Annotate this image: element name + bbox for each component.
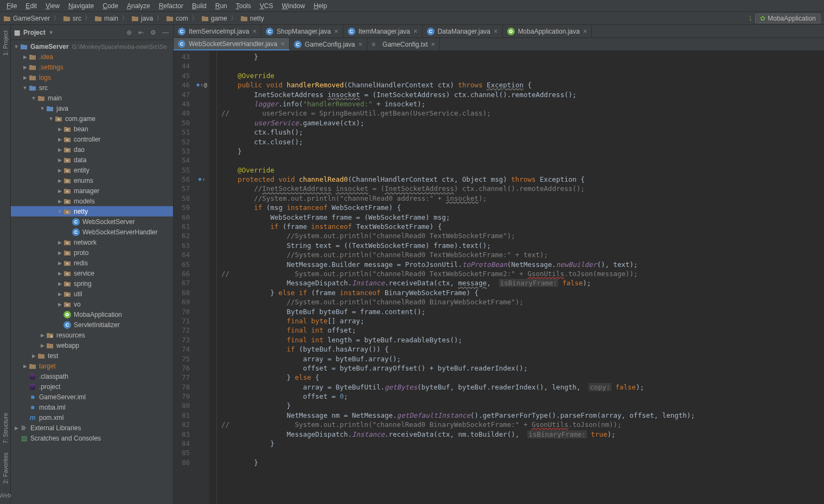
close-icon[interactable]: × [280, 40, 285, 48]
close-icon[interactable]: × [494, 27, 498, 35]
tree-node[interactable]: ▶⊪External Libraries [11, 423, 173, 433]
close-icon[interactable]: × [431, 40, 435, 48]
tree-arrow-icon[interactable] [22, 414, 28, 421]
editor-tab[interactable]: CItemServiceImpl.java× [174, 25, 261, 37]
tree-arrow-icon[interactable]: ▶ [56, 260, 63, 266]
tree-node[interactable]: ▶redis [11, 258, 173, 268]
menu-code[interactable]: Code [98, 1, 123, 11]
tree-arrow-icon[interactable] [56, 311, 63, 318]
code-content[interactable]: } @Override public void handlerRemoved(C… [217, 51, 824, 504]
breadcrumb-item[interactable]: GameServer [3, 15, 50, 22]
tree-arrow-icon[interactable] [65, 229, 72, 235]
menu-view[interactable]: View [41, 1, 64, 11]
tree-node[interactable]: ▶entity [11, 165, 173, 175]
gear-icon[interactable]: ⚙ [150, 29, 158, 36]
tree-arrow-icon[interactable] [65, 219, 72, 225]
close-icon[interactable]: × [252, 27, 257, 35]
tree-node[interactable]: ▶enums [11, 175, 173, 186]
hide-icon[interactable]: — [162, 29, 170, 36]
tree-node[interactable]: ▶models [11, 196, 173, 206]
tree-arrow-icon[interactable] [13, 435, 20, 442]
close-icon[interactable]: × [583, 27, 587, 35]
tree-node[interactable]: .classpath [11, 371, 173, 381]
tree-node[interactable]: ▼src [11, 82, 173, 93]
menu-refactor[interactable]: Refactor [155, 1, 188, 11]
menu-file[interactable]: File [2, 1, 21, 11]
tree-node[interactable]: ▼com.game [11, 113, 173, 124]
tree-node[interactable]: ▶service [11, 268, 173, 278]
close-icon[interactable]: × [359, 40, 363, 48]
tree-node[interactable]: CWebSocketServer [11, 216, 173, 227]
tree-arrow-icon[interactable] [56, 322, 63, 328]
menu-navigate[interactable]: Navigate [64, 1, 98, 11]
tree-node[interactable]: ▶webapp [11, 340, 173, 350]
tree-arrow-icon[interactable]: ▶ [56, 146, 63, 153]
breadcrumb-item[interactable]: main [94, 15, 118, 22]
tree-node[interactable]: ▼java [11, 103, 173, 113]
toolwindow-tab-structure[interactable]: 7: Structure [1, 410, 10, 447]
tree-node[interactable]: ■moba.iml [11, 402, 173, 412]
editor-tab[interactable]: CWebSocketServerHandler.java× [174, 38, 290, 50]
tree-node[interactable]: ▶data [11, 155, 173, 165]
tree-arrow-icon[interactable]: ▶ [22, 363, 28, 369]
menu-analyze[interactable]: Analyze [123, 1, 155, 11]
chevron-down-icon[interactable]: ▼ [49, 30, 54, 35]
tree-arrow-icon[interactable]: ▶ [56, 167, 63, 174]
breadcrumb-item[interactable]: game [201, 15, 227, 22]
editor-tab[interactable]: CShopManager.java× [261, 25, 343, 37]
tree-node[interactable]: ▶manager [11, 186, 173, 196]
scroll-from-source-icon[interactable]: ⊕ [126, 29, 134, 36]
menu-edit[interactable]: Edit [21, 1, 41, 11]
tree-arrow-icon[interactable]: ▶ [56, 250, 63, 256]
tree-node[interactable]: ▶logs [11, 72, 173, 82]
tree-arrow-icon[interactable] [22, 373, 28, 380]
tree-node[interactable]: ■GameServer.iml [11, 392, 173, 402]
tree-arrow-icon[interactable]: ▶ [56, 136, 63, 143]
tree-node[interactable]: ✿MobaApplication [11, 309, 173, 320]
tree-node[interactable]: .project [11, 381, 173, 392]
editor-tab[interactable]: ✿MobaApplication.java× [503, 25, 592, 37]
tree-arrow-icon[interactable]: ▶ [39, 332, 46, 339]
tree-arrow-icon[interactable]: ▼ [30, 95, 37, 101]
tree-arrow-icon[interactable]: ▶ [22, 74, 28, 81]
tree-arrow-icon[interactable]: ▼ [13, 43, 20, 50]
tree-node[interactable]: ▶.idea [11, 52, 173, 62]
tree-arrow-icon[interactable]: ▶ [22, 54, 28, 60]
tree-node[interactable]: ▶test [11, 350, 173, 361]
menu-vcs[interactable]: VCS [255, 1, 278, 11]
tree-arrow-icon[interactable]: ▶ [13, 425, 20, 431]
tree-arrow-icon[interactable]: ▶ [56, 239, 63, 246]
tree-node[interactable]: ▶spring [11, 278, 173, 289]
menu-help[interactable]: Help [309, 1, 331, 11]
tree-arrow-icon[interactable]: ▶ [56, 301, 63, 308]
tree-arrow-icon[interactable]: ▶ [30, 353, 37, 359]
menu-build[interactable]: Build [188, 1, 211, 11]
tree-node[interactable]: ▼netty [11, 206, 173, 216]
breadcrumb-item[interactable]: src [63, 15, 81, 22]
menu-run[interactable]: Run [211, 1, 232, 11]
tree-node[interactable]: ▶vo [11, 299, 173, 309]
build-icon[interactable]: ⤵ [749, 15, 752, 22]
tree-node[interactable]: ▼main [11, 93, 173, 103]
breadcrumb-item[interactable]: java [131, 15, 153, 22]
menu-window[interactable]: Window [277, 1, 309, 11]
collapse-all-icon[interactable]: ⇤ [138, 29, 146, 36]
tree-arrow-icon[interactable] [22, 404, 28, 411]
tree-arrow-icon[interactable]: ▶ [56, 270, 63, 277]
tree-arrow-icon[interactable]: ▼ [22, 85, 28, 91]
override-marker-icon[interactable]: ● [196, 80, 199, 90]
toolwindow-tab-favorites[interactable]: 2: Favorites [1, 449, 10, 487]
tree-arrow-icon[interactable]: ▶ [22, 64, 28, 71]
tree-node[interactable]: ▤Scratches and Consoles [11, 433, 173, 443]
run-config-selector[interactable]: ✿ MobaApplication [755, 14, 821, 23]
close-icon[interactable]: × [413, 27, 418, 35]
close-icon[interactable]: × [334, 27, 338, 35]
tree-node[interactable]: mpom.xml [11, 412, 173, 423]
toolwindow-tab-project[interactable]: 1: Project [1, 27, 10, 59]
tree-node[interactable]: ▶network [11, 237, 173, 247]
tree-node[interactable]: ▼GameServerG:\MonkeySpace\moba-new\Src\S… [11, 41, 173, 52]
override-marker-icon[interactable]: ● [199, 175, 201, 184]
tree-arrow-icon[interactable] [22, 384, 28, 390]
tree-arrow-icon[interactable]: ▶ [56, 126, 63, 132]
editor-tab[interactable]: ≡GameConfig.txt× [367, 38, 440, 50]
